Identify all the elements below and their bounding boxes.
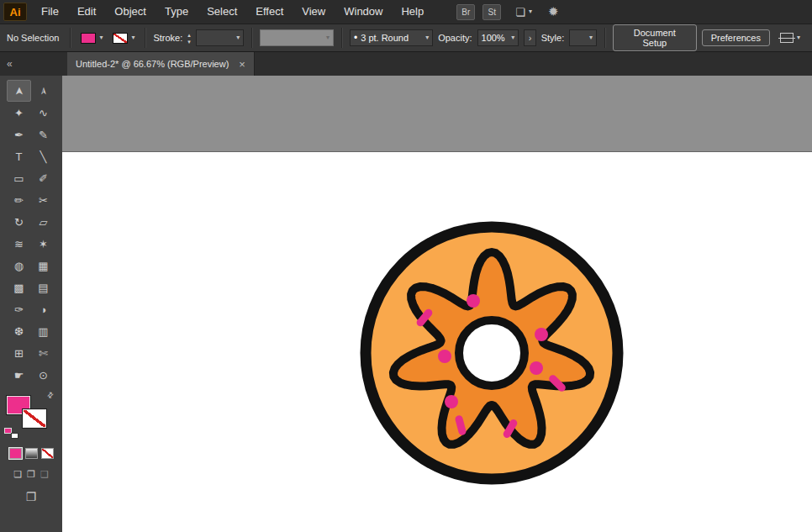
curvature-tool[interactable]: ✎ <box>31 124 55 145</box>
divider <box>604 28 605 48</box>
artboard-tool[interactable]: ⊞ <box>7 342 31 364</box>
free-transform-tool[interactable]: ✶ <box>31 233 55 255</box>
menu-effect[interactable]: Effect <box>246 0 293 24</box>
opacity-label[interactable]: Opacity: <box>438 33 472 43</box>
selection-status: No Selection <box>7 33 62 43</box>
cs-live-icon[interactable]: ✹ <box>548 4 559 19</box>
badge-br[interactable]: Br <box>456 4 475 20</box>
type-tool[interactable]: T <box>7 145 31 167</box>
chevron-down-icon: ▾ <box>511 34 514 41</box>
eyedropper-icon: ✑ <box>14 303 24 316</box>
gradient-mode-button[interactable] <box>25 448 38 459</box>
line-segment-tool[interactable]: ╲ <box>31 145 55 167</box>
menu-items: FileEditObjectTypeSelectEffectViewWindow… <box>32 0 433 24</box>
app-logo: Ai <box>3 3 27 21</box>
style-label[interactable]: Style: <box>541 33 565 43</box>
mesh-tool[interactable]: ▩ <box>7 277 31 298</box>
magic-wand-tool[interactable]: ✦ <box>7 102 31 124</box>
scale-tool[interactable]: ▱ <box>31 211 55 233</box>
zoom-tool[interactable]: ⊙ <box>31 364 55 386</box>
fill-color-dropdown[interactable]: ▾ <box>78 31 105 45</box>
panel-collapse-button[interactable]: « <box>0 52 62 76</box>
menu-window[interactable]: Window <box>335 0 392 24</box>
divider <box>251 28 252 48</box>
menu-bar: Ai FileEditObjectTypeSelectEffectViewWin… <box>0 0 812 24</box>
divider <box>145 28 145 48</box>
tools-panel: ➤➢✦∿✒✎T╲▭✐✏✂↻▱≋✶◍▦▩▤✑◑❆▥⊞✄☛⊙ ⇄ ❏❐❑ ❐ <box>0 76 62 532</box>
opacity-dropdown[interactable]: 100% ▾ <box>477 29 519 46</box>
stroke-width-dropdown[interactable]: ▾ <box>196 29 244 46</box>
draw-mode-2-icon[interactable]: ❐ <box>27 469 35 480</box>
document-setup-button[interactable]: Document Setup <box>613 24 697 51</box>
opacity-value[interactable]: 100% <box>482 33 509 43</box>
draw-mode-row: ❏❐❑ <box>13 469 49 480</box>
menu-edit[interactable]: Edit <box>68 0 105 24</box>
workspace-switcher[interactable]: ❏ ▾ <box>515 6 532 18</box>
pencil-tool[interactable]: ✏ <box>7 189 31 211</box>
stepper-up-icon[interactable]: ▴ <box>187 32 191 38</box>
rectangle-tool[interactable]: ▭ <box>7 167 31 189</box>
stroke-align-icon <box>780 33 794 43</box>
selection-tool[interactable]: ➤ <box>7 80 31 102</box>
direct-selection-tool[interactable]: ➢ <box>31 80 55 102</box>
type-icon: T <box>16 150 23 163</box>
document-tab[interactable]: Untitled-2* @ 66.67% (RGB/Preview) × <box>67 52 255 76</box>
slice-tool[interactable]: ✄ <box>31 342 55 364</box>
stroke-align-dropdown[interactable]: ▾ <box>780 33 800 43</box>
gradient-tool[interactable]: ▤ <box>31 277 55 298</box>
column-graph-tool[interactable]: ▥ <box>31 320 55 342</box>
blend-tool[interactable]: ◑ <box>31 298 55 320</box>
preferences-button[interactable]: Preferences <box>702 29 770 46</box>
mesh-icon: ▩ <box>13 282 24 294</box>
menu-select[interactable]: Select <box>198 0 246 24</box>
canvas[interactable] <box>62 76 812 532</box>
symbol-sprayer-icon: ❆ <box>14 325 24 338</box>
eyedropper-tool[interactable]: ✑ <box>7 298 31 320</box>
width-tool[interactable]: ≋ <box>7 233 31 255</box>
chevron-down-icon: ▾ <box>131 34 134 41</box>
draw-mode-1-icon[interactable]: ❏ <box>13 469 22 480</box>
donut-artwork[interactable] <box>349 210 635 496</box>
stroke-width-stepper[interactable]: ▴ ▾ <box>187 32 191 45</box>
brush-thumbnail-icon: • <box>354 32 357 44</box>
shape-builder-tool[interactable]: ◍ <box>7 255 31 277</box>
menu-type[interactable]: Type <box>156 0 198 24</box>
perspective-grid-tool[interactable]: ▦ <box>31 255 55 277</box>
hand-tool[interactable]: ☛ <box>7 364 31 386</box>
badge-st[interactable]: St <box>482 4 501 20</box>
rotate-tool[interactable]: ↻ <box>7 211 31 233</box>
stroke-label[interactable]: Stroke: <box>153 33 182 43</box>
style-dropdown[interactable]: ▾ <box>569 29 597 46</box>
swap-fill-stroke-icon[interactable]: ⇄ <box>45 390 55 400</box>
stepper-down-icon[interactable]: ▾ <box>187 39 191 45</box>
hand-icon: ☛ <box>14 369 24 382</box>
menu-view[interactable]: View <box>293 0 335 24</box>
paintbrush-tool[interactable]: ✐ <box>31 167 55 189</box>
chevron-down-icon: ▾ <box>236 34 240 41</box>
curvature-icon: ✎ <box>39 129 48 141</box>
menubar-badges: BrSt <box>456 4 501 20</box>
menu-help[interactable]: Help <box>392 0 433 24</box>
close-icon[interactable]: × <box>239 58 245 71</box>
none-mode-button[interactable] <box>41 448 54 459</box>
menu-object[interactable]: Object <box>105 0 156 24</box>
stroke-color-dropdown[interactable]: ▾ <box>110 31 137 45</box>
pen-tool[interactable]: ✒ <box>7 124 31 145</box>
paint-mode-row <box>9 448 54 459</box>
paintbrush-icon: ✐ <box>39 172 48 185</box>
shape-builder-icon: ◍ <box>14 260 24 272</box>
menu-file[interactable]: File <box>32 0 68 24</box>
symbol-sprayer-tool[interactable]: ❆ <box>7 320 31 342</box>
scissors-icon: ✂ <box>39 194 48 207</box>
default-swatches-icon[interactable] <box>4 428 18 439</box>
brush-dropdown[interactable]: • 3 pt. Round ▾ <box>350 29 433 46</box>
scissors-tool[interactable]: ✂ <box>31 189 55 211</box>
draw-mode-3-icon[interactable]: ❑ <box>40 469 49 480</box>
screen-mode-button[interactable]: ❐ <box>26 490 37 503</box>
opacity-panel-arrow[interactable]: › <box>524 29 535 46</box>
direct-selection-icon: ➢ <box>37 87 50 96</box>
color-mode-button[interactable] <box>9 448 22 459</box>
lasso-tool[interactable]: ∿ <box>31 102 55 124</box>
stroke-color-well[interactable] <box>23 409 46 428</box>
chevron-down-icon: ▾ <box>326 34 330 41</box>
